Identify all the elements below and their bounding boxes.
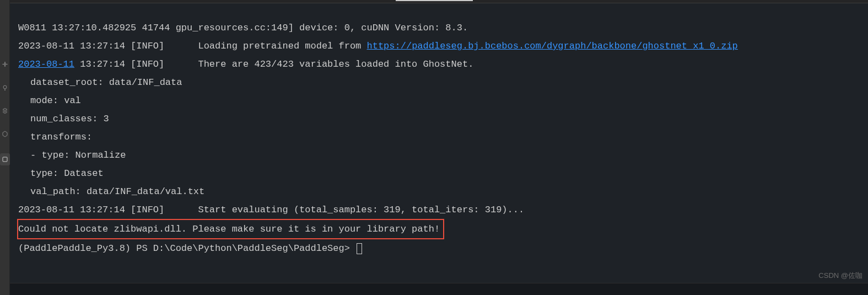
square-icon[interactable]	[0, 153, 10, 165]
terminal-line: (PaddlePaddle_Py3.8) PS D:\Code\Python\P…	[18, 239, 860, 258]
terminal-line: 2023-08-11 13:27:14 [INFO] Start evaluat…	[18, 201, 860, 219]
terminal-line: type: Dataset	[18, 164, 860, 183]
terminal-line: num_classes: 3	[18, 110, 860, 128]
workspace: W0811 13:27:10.482925 41744 gpu_resource…	[0, 0, 868, 295]
model-url-link[interactable]: https://paddleseg.bj.bcebos.com/dygraph/…	[367, 41, 738, 51]
terminal-line: mode: val	[18, 92, 860, 110]
hexagon-icon[interactable]	[1, 130, 9, 138]
bulb-icon[interactable]	[1, 84, 9, 92]
spark-icon[interactable]	[1, 61, 9, 68]
activity-bar	[0, 0, 10, 295]
terminal-output[interactable]: W0811 13:27:10.482925 41744 gpu_resource…	[10, 3, 868, 283]
main-area: W0811 13:27:10.482925 41744 gpu_resource…	[10, 0, 868, 295]
terminal-line: dataset_root: data/INF_data	[18, 73, 860, 92]
watermark: CSDN @佐咖	[818, 271, 862, 281]
date-link[interactable]: 2023-08-11	[18, 59, 74, 69]
svg-point-0	[3, 85, 7, 89]
status-bar	[10, 283, 868, 295]
terminal-line: transforms:	[18, 128, 860, 146]
terminal-line: 2023-08-11 13:27:14 [INFO] Loading pretr…	[18, 37, 860, 55]
error-highlight: Could not locate zlibwapi.dll. Please ma…	[17, 219, 444, 239]
active-tab-indicator	[396, 0, 473, 1]
scrollbar[interactable]	[861, 3, 868, 283]
terminal-line: 2023-08-11 13:27:14 [INFO] There are 423…	[18, 55, 860, 73]
terminal-line: - type: Normalize	[18, 146, 860, 164]
terminal-line: W0811 13:27:10.482925 41744 gpu_resource…	[18, 19, 860, 37]
cursor	[357, 243, 362, 254]
terminal-line: Could not locate zlibwapi.dll. Please ma…	[18, 219, 860, 239]
svg-rect-1	[3, 157, 7, 162]
terminal-line: val_path: data/INF_data/val.txt	[18, 183, 860, 201]
stack-icon[interactable]	[1, 107, 9, 115]
